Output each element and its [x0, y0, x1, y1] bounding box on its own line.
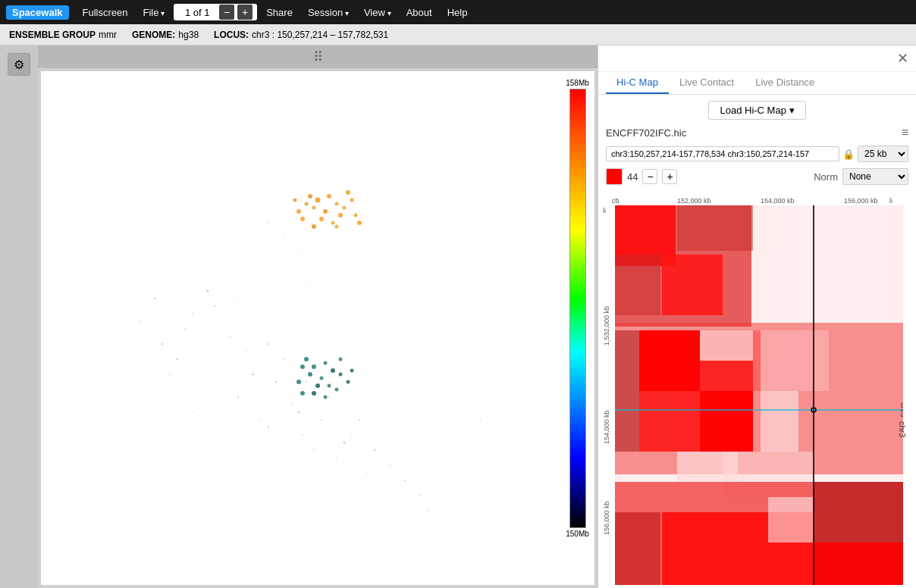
svg-point-72 [335, 225, 339, 229]
svg-point-23 [290, 404, 292, 405]
svg-point-53 [465, 404, 466, 405]
track-minus-button[interactable]: − [219, 5, 234, 20]
track-counter: − + [174, 4, 257, 20]
svg-rect-123 [700, 330, 753, 361]
track-count-input[interactable] [178, 7, 216, 18]
svg-point-36 [397, 487, 398, 489]
hic-file-name: ENCFF702IFC.hic [606, 127, 686, 139]
view-menu-button[interactable]: View [358, 5, 397, 20]
tab-live-distance[interactable]: Live Distance [745, 72, 825, 94]
svg-text:156,000 kb: 156,000 kb [844, 197, 878, 205]
svg-rect-109 [677, 205, 753, 251]
svg-point-43 [313, 502, 315, 504]
svg-point-50 [237, 298, 239, 299]
svg-text:154,000 kb: 154,000 kb [761, 197, 795, 205]
svg-point-12 [328, 396, 330, 398]
svg-point-20 [215, 305, 216, 307]
svg-point-87 [347, 380, 350, 384]
svg-rect-122 [814, 543, 905, 585]
svg-point-71 [312, 224, 316, 229]
svg-point-88 [296, 380, 301, 384]
track-plus-button[interactable]: + [237, 5, 253, 20]
tab-hic-map[interactable]: Hi-C Map [606, 72, 669, 94]
svg-point-52 [450, 389, 451, 390]
svg-point-34 [336, 457, 337, 458]
about-button[interactable]: About [400, 5, 438, 20]
norm-label: Norm [814, 171, 838, 183]
close-button[interactable]: ✕ [897, 50, 908, 67]
hic-file-row: ENCFF702IFC.hic ≡ [606, 126, 908, 139]
fullscreen-button[interactable]: Fullscreen [77, 5, 134, 20]
share-button[interactable]: Share [260, 5, 299, 20]
resolution-select[interactable]: 25 kb 10 kb 5 kb 50 kb 100 kb [858, 145, 908, 162]
norm-select[interactable]: None VC VC_SQRT KR [842, 168, 908, 185]
locus-row: 🔒 25 kb 10 kb 5 kb 50 kb 100 kb [606, 145, 908, 162]
svg-point-51 [434, 374, 436, 375]
svg-point-84 [315, 383, 320, 388]
svg-point-48 [253, 267, 254, 269]
svg-point-40 [154, 434, 155, 436]
svg-point-6 [268, 343, 269, 345]
svg-point-49 [306, 283, 307, 284]
svg-point-76 [312, 364, 316, 369]
svg-point-56 [315, 198, 321, 203]
color-swatch[interactable] [606, 168, 623, 185]
svg-point-26 [374, 449, 375, 451]
svg-rect-115 [615, 330, 639, 452]
svg-point-13 [268, 427, 269, 428]
svg-rect-125 [677, 452, 738, 482]
color-minus-button[interactable]: − [642, 169, 657, 184]
svg-point-47 [298, 252, 300, 254]
svg-point-80 [308, 372, 312, 377]
svg-point-16 [313, 449, 315, 451]
help-button[interactable]: Help [441, 5, 474, 20]
svg-point-33 [302, 434, 303, 436]
color-value: 44 [627, 171, 638, 183]
color-plus-button[interactable]: + [662, 169, 677, 184]
app-logo: Spacewalk [6, 5, 69, 20]
svg-text:li: li [603, 207, 606, 214]
svg-point-32 [260, 419, 262, 421]
svg-text:152,000 kb: 152,000 kb [677, 197, 711, 205]
scatter-canvas[interactable]: 158Mb 150Mb [41, 71, 594, 585]
svg-point-10 [306, 381, 307, 383]
svg-rect-120 [615, 512, 660, 585]
svg-point-63 [319, 217, 324, 221]
color-row: 44 − + Norm None VC VC_SQRT KR [606, 168, 908, 185]
svg-point-39 [230, 442, 231, 443]
locus-value: chr3 : 150,257,214 – 157,782,531 [252, 30, 388, 40]
navbar: Spacewalk Fullscreen File − + Share Sess… [0, 0, 916, 24]
locus-input[interactable] [606, 146, 839, 161]
file-menu-button[interactable]: File [136, 5, 171, 20]
svg-point-4 [230, 336, 231, 337]
scatter-header: ⠿ [38, 45, 598, 68]
svg-point-68 [350, 199, 354, 202]
svg-point-22 [275, 381, 277, 383]
tab-live-contact[interactable]: Live Contact [669, 72, 745, 94]
gear-button[interactable]: ⚙ [8, 53, 30, 76]
grid-icon: ⠿ [313, 48, 323, 65]
menu-icon[interactable]: ≡ [902, 126, 908, 139]
svg-point-35 [366, 472, 368, 474]
session-menu-button[interactable]: Session [302, 5, 355, 20]
svg-point-28 [404, 480, 406, 481]
svg-text:chr3: chr3 [899, 402, 908, 418]
svg-point-17 [139, 321, 140, 322]
svg-text:li: li [889, 197, 892, 205]
svg-point-15 [344, 442, 346, 444]
scatter-svg [41, 71, 594, 585]
hic-heatmap-svg: cb 152,000 kb 154,000 kb 156,000 kb li l… [601, 194, 913, 585]
load-hic-button[interactable]: Load Hi-C Map [708, 101, 805, 120]
left-sidebar: ⚙ [0, 45, 38, 588]
tabs: Hi-C Map Live Contact Live Distance [598, 72, 916, 95]
svg-point-89 [335, 388, 339, 392]
svg-point-70 [354, 214, 358, 217]
hic-map-container[interactable]: cb 152,000 kb 154,000 kb 156,000 kb li l… [598, 191, 916, 588]
genome-label: GENOME: [132, 30, 175, 40]
lock-icon[interactable]: 🔒 [842, 149, 855, 160]
svg-text:cb: cb [612, 197, 620, 205]
svg-point-65 [308, 194, 312, 199]
ensemble-info: ENSEMBLE GROUP mmr [9, 30, 117, 40]
svg-rect-110 [615, 255, 660, 315]
svg-point-61 [338, 213, 343, 217]
